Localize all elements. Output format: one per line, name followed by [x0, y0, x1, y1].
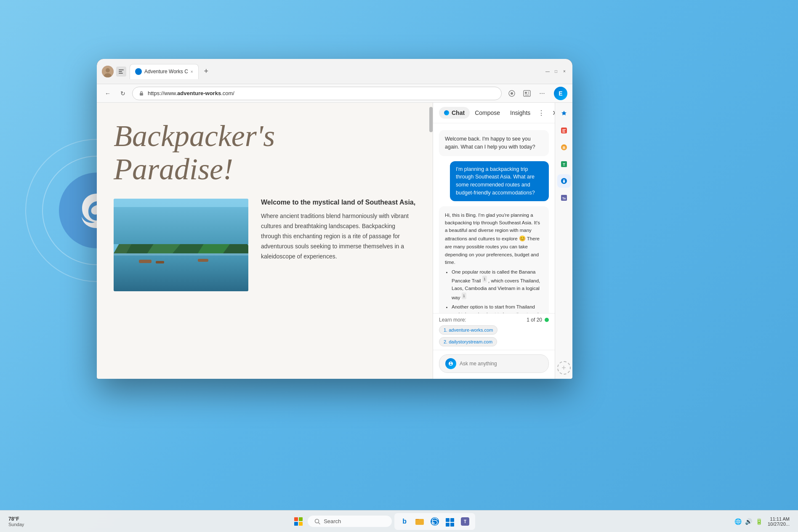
taskbar-bing-icon[interactable]: b	[398, 515, 411, 528]
page-hero-image	[114, 199, 248, 291]
minimize-button[interactable]: —	[545, 69, 551, 74]
taskbar-right: 🌐 🔊 🔋 11:11 AM 10/27/20...	[734, 516, 790, 527]
bing-response: Hi, this is Bing. I'm glad you're planni…	[439, 206, 549, 314]
browser-profile-area	[102, 66, 126, 77]
svg-rect-6	[140, 93, 143, 96]
profile-icon-toolbar[interactable]	[520, 87, 534, 100]
svg-rect-25	[198, 259, 208, 262]
address-text: https://www.adventure-works.com/	[148, 90, 234, 96]
chat-input-container[interactable]	[439, 354, 549, 373]
address-bar[interactable]: https://www.adventure-works.com/	[132, 87, 502, 100]
bing-bullet-list: One popular route is called the Banana P…	[452, 268, 543, 313]
taskbar-explorer-icon[interactable]	[413, 515, 426, 528]
taskbar-center: Search b	[32, 513, 734, 530]
tab-close-button[interactable]: ×	[191, 69, 193, 74]
taskbar-settings-icon[interactable]	[443, 515, 457, 528]
sidebar-icon-2[interactable]	[557, 124, 571, 137]
svg-rect-15	[114, 253, 248, 291]
taskbar-edge-icon[interactable]	[428, 515, 442, 528]
sidebar-icon-3[interactable]: B	[557, 141, 571, 154]
svg-rect-9	[524, 90, 530, 96]
message-count: 1 of 20	[527, 317, 549, 323]
online-indicator	[545, 318, 549, 322]
new-tab-button[interactable]: +	[200, 66, 212, 77]
taskbar-search[interactable]: Search	[308, 516, 392, 527]
svg-rect-22	[114, 253, 248, 255]
taskbar-windows-button[interactable]	[292, 515, 305, 528]
clock[interactable]: 11:11 AM 10/27/20...	[768, 516, 790, 527]
volume-icon[interactable]: 🔊	[745, 518, 752, 525]
tab-compose-label: Compose	[475, 109, 500, 116]
tab-insights-label: Insights	[510, 109, 530, 116]
bing-intro: Hi, this is Bing. I'm glad you're planni…	[445, 213, 540, 241]
window-controls: — □ ×	[545, 69, 567, 74]
sidebar-icon-1[interactable]	[557, 107, 571, 120]
svg-text:Te: Te	[562, 197, 566, 200]
learn-more-section: Learn more: 1 of 20 1. adventure-works.c…	[433, 313, 555, 350]
network-icon[interactable]: 🌐	[734, 518, 742, 525]
svg-rect-29	[562, 132, 565, 133]
learn-more-chips: 1. adventure-works.com 2. dailystorystre…	[439, 325, 549, 346]
svg-rect-11	[528, 92, 529, 93]
svg-point-39	[431, 517, 439, 526]
active-tab[interactable]: Adventure Works C ×	[130, 64, 199, 79]
scrollbar-thumb[interactable]	[429, 107, 433, 132]
address-domain: adventure-works	[177, 90, 221, 96]
edge-profile-button[interactable]: E	[554, 87, 567, 100]
taskbar-teams-icon[interactable]: T	[458, 515, 472, 528]
learn-chip-1[interactable]: 1. adventure-works.com	[439, 325, 497, 335]
count-text: 1 of 20	[527, 317, 542, 323]
page-title-line2: Paradise!	[114, 152, 233, 186]
tab-chat[interactable]: Chat	[439, 107, 470, 119]
bot-welcome-message: Welcome back. I'm happy to see you again…	[439, 130, 549, 156]
page-subtitle: Welcome to the mystical land of Southeas…	[261, 199, 416, 206]
svg-rect-10	[525, 92, 527, 94]
favorites-icon[interactable]	[505, 87, 519, 100]
learn-more-header: Learn more: 1 of 20	[439, 317, 549, 323]
page-heading: Backpacker's Paradise!	[114, 120, 416, 186]
bing-indicator	[444, 110, 449, 115]
svg-rect-23	[139, 260, 152, 263]
history-button[interactable]	[116, 66, 126, 77]
weather-temp: 78°F	[8, 516, 19, 522]
bullet-1: One popular route is called the Banana P…	[452, 268, 543, 301]
search-label: Search	[324, 518, 341, 524]
battery-icon[interactable]: 🔋	[755, 518, 763, 525]
close-button[interactable]: ×	[561, 69, 567, 74]
maximize-button[interactable]: □	[553, 69, 559, 74]
tab-insights[interactable]: Insights	[505, 107, 535, 119]
page-body: Where ancient traditions blend harmoniou…	[261, 211, 416, 261]
profile-avatar[interactable]	[102, 66, 114, 77]
page-text-block: Welcome to the mystical land of Southeas…	[261, 199, 416, 261]
footnote-1: 1	[482, 276, 487, 282]
svg-rect-27	[562, 129, 566, 130]
lock-icon	[138, 90, 144, 96]
search-icon	[314, 519, 320, 524]
sidebar-more-button[interactable]: ⋮	[535, 107, 547, 119]
back-button[interactable]: ←	[102, 88, 114, 99]
svg-marker-21	[223, 230, 248, 253]
more-options-button[interactable]: ···	[535, 87, 549, 100]
svg-rect-24	[156, 261, 164, 263]
bullet-2: Another option is to start from Thailand…	[452, 303, 543, 313]
svg-rect-12	[528, 93, 529, 94]
taskbar-weather[interactable]: 78°F Sunday	[8, 516, 24, 527]
tab-compose[interactable]: Compose	[470, 107, 505, 119]
add-sidebar-icon-button[interactable]: +	[557, 361, 571, 375]
win-sq-2	[299, 517, 303, 521]
sidebar-icon-6[interactable]: Te	[557, 191, 571, 205]
win-sq-1	[294, 517, 298, 521]
svg-text:B: B	[562, 146, 565, 150]
svg-rect-3	[119, 69, 124, 70]
sidebar-icon-4[interactable]: T	[557, 157, 571, 171]
webpage-content: Backpacker's Paradise!	[97, 103, 433, 308]
user-message: I'm planning a backpacking trip through …	[450, 161, 549, 201]
bing-input-icon	[445, 358, 456, 369]
sidebar-icon-5[interactable]	[557, 174, 571, 188]
webpage-main: Backpacker's Paradise!	[97, 103, 433, 379]
taskbar-pinned-apps: b	[394, 513, 475, 530]
chat-input-field[interactable]	[460, 361, 543, 367]
learn-chip-2[interactable]: 2. dailystorystream.com	[439, 337, 497, 346]
win-sq-4	[299, 522, 303, 526]
refresh-button[interactable]: ↻	[117, 88, 129, 99]
